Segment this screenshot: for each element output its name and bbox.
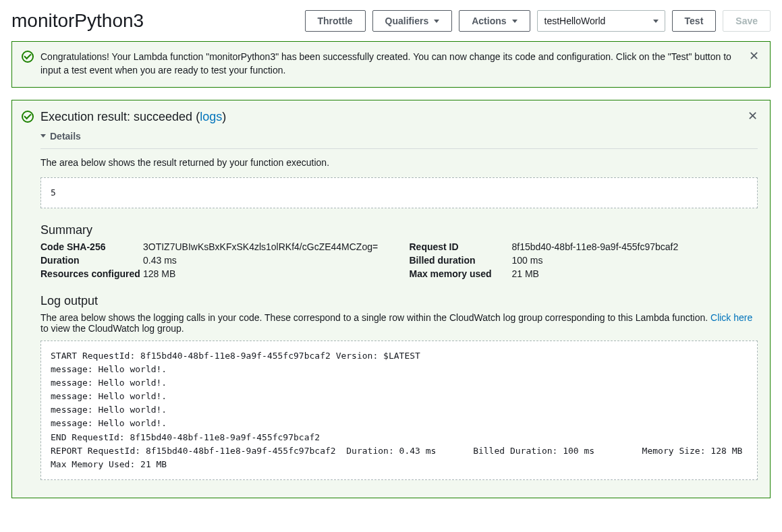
separator: [40, 148, 758, 149]
details-label: Details: [50, 131, 81, 142]
test-event-select[interactable]: testHelloWorld: [537, 10, 665, 32]
chevron-down-icon: [434, 20, 439, 23]
summary-columns: Code SHA-256 3OTIZ7UBIwKsBxKFxSK4zls1olR…: [40, 241, 758, 279]
code-sha-label: Code SHA-256: [40, 241, 142, 252]
log-output-title: Log output: [40, 294, 758, 308]
logs-link[interactable]: logs: [200, 110, 222, 123]
result-title-prefix: Execution result: succeeded (: [40, 110, 200, 123]
header-actions: Throttle Qualifiers Actions testHelloWor…: [305, 10, 771, 32]
max-memory-value: 21 MB: [512, 268, 758, 279]
log-desc-prefix: The area below shows the logging calls i…: [40, 312, 710, 323]
details-toggle[interactable]: Details: [40, 131, 758, 142]
result-title-suffix: ): [222, 110, 226, 123]
execution-result-panel: Execution result: succeeded (logs) ✕ Det…: [11, 100, 771, 498]
code-sha-value: 3OTIZ7UBIwKsBxKFxSK4zls1olRKf4/cGcZE44MC…: [143, 241, 389, 252]
execution-result-title: Execution result: succeeded (logs): [40, 110, 741, 124]
success-banner: Congratulations! Your Lambda function "m…: [11, 41, 771, 88]
max-memory-label: Max memory used: [410, 268, 511, 279]
resources-value: 128 MB: [143, 268, 389, 279]
actions-dropdown[interactable]: Actions: [459, 10, 530, 32]
banner-message: Congratulations! Your Lambda function "m…: [40, 50, 742, 78]
qualifiers-label: Qualifiers: [385, 16, 429, 26]
summary-left: Code SHA-256 3OTIZ7UBIwKsBxKFxSK4zls1olR…: [40, 241, 389, 279]
test-event-select-wrap: testHelloWorld: [537, 10, 665, 32]
log-output-box: START RequestId: 8f15bd40-48bf-11e8-9a9f…: [40, 341, 758, 480]
close-icon[interactable]: ✕: [749, 50, 759, 62]
function-title: monitorPython3: [11, 10, 144, 32]
header-bar: monitorPython3 Throttle Qualifiers Actio…: [11, 10, 771, 32]
resources-label: Resources configured: [40, 268, 142, 279]
duration-value: 0.43 ms: [143, 255, 389, 266]
summary-title: Summary: [40, 223, 758, 237]
return-value-box: 5: [40, 177, 758, 208]
chevron-down-icon: [40, 134, 46, 138]
actions-label: Actions: [472, 16, 506, 26]
log-desc-suffix: to view the CloudWatch log group.: [40, 323, 184, 334]
close-icon[interactable]: ✕: [748, 110, 758, 122]
request-id-label: Request ID: [410, 241, 511, 252]
success-check-icon: [22, 111, 34, 123]
qualifiers-dropdown[interactable]: Qualifiers: [372, 10, 453, 32]
cloudwatch-link[interactable]: Click here: [710, 312, 752, 323]
duration-label: Duration: [40, 255, 142, 266]
return-description: The area below shows the result returned…: [40, 157, 758, 168]
throttle-button[interactable]: Throttle: [305, 10, 366, 32]
billed-duration-label: Billed duration: [410, 255, 511, 266]
test-button[interactable]: Test: [672, 10, 717, 32]
log-description: The area below shows the logging calls i…: [40, 312, 758, 334]
save-button: Save: [723, 10, 771, 32]
details-body: The area below shows the result returned…: [40, 148, 758, 480]
chevron-down-icon: [512, 20, 518, 23]
request-id-value: 8f15bd40-48bf-11e8-9a9f-455fc97bcaf2: [512, 241, 758, 252]
billed-duration-value: 100 ms: [512, 255, 758, 266]
summary-right: Request ID 8f15bd40-48bf-11e8-9a9f-455fc…: [410, 241, 758, 279]
result-head: Execution result: succeeded (logs) ✕: [22, 110, 758, 124]
success-check-icon: [22, 51, 34, 63]
